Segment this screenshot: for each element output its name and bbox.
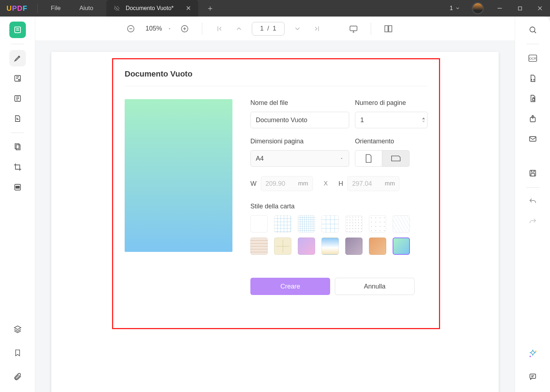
svg-rect-36	[530, 374, 536, 378]
paper-style-gradient-grey[interactable]	[345, 237, 362, 255]
orientation-label: Orientamento	[355, 138, 427, 145]
pagesize-label: Dimensioni pagina	[250, 138, 349, 145]
share-button[interactable]	[524, 110, 541, 127]
layers-button[interactable]	[9, 321, 26, 337]
new-tab-button[interactable]: ＋	[206, 3, 214, 14]
zoom-dropdown[interactable]	[167, 27, 172, 31]
page-edit-tool[interactable]	[9, 90, 26, 107]
titlebar: UPDF File Aiuto Documento Vuoto* ✕ ＋ 1	[0, 0, 550, 17]
paper-style-grid-medium[interactable]	[274, 215, 291, 232]
pagecount-label: Numero di pagine	[355, 99, 427, 107]
spinner-up-icon[interactable]	[422, 117, 425, 120]
svg-point-34	[535, 351, 536, 352]
edit-text-tool[interactable]	[9, 70, 26, 87]
filename-label: Nome del file	[250, 99, 349, 107]
paper-style-cornell[interactable]	[274, 237, 291, 255]
paper-style-grid-large[interactable]	[322, 215, 339, 232]
ai-assistant-button[interactable]	[528, 349, 538, 359]
svg-rect-30	[530, 137, 536, 141]
orientation-portrait-button[interactable]	[355, 150, 382, 167]
user-avatar[interactable]	[472, 2, 484, 14]
pagesize-select[interactable]: A4	[250, 150, 349, 167]
redact-tool[interactable]	[9, 179, 26, 195]
zoom-out-button[interactable]	[124, 22, 137, 35]
orientation-landscape-button[interactable]	[382, 150, 410, 167]
document-tab[interactable]: Documento Vuoto* ✕	[106, 0, 199, 17]
maximize-button[interactable]	[510, 0, 530, 17]
reader-mode-button[interactable]	[9, 22, 26, 38]
highlighter-tool[interactable]	[9, 50, 26, 66]
chevron-down-icon	[455, 6, 460, 11]
presentation-button[interactable]	[347, 22, 360, 35]
pagecount-input[interactable]	[355, 112, 427, 128]
undo-button[interactable]	[524, 193, 541, 210]
page-preview	[125, 99, 232, 252]
total-pages: 1	[273, 25, 276, 32]
spinner-down-icon[interactable]	[422, 120, 425, 123]
filename-input[interactable]	[250, 112, 349, 128]
last-page-button[interactable]	[310, 22, 323, 35]
paper-style-lined[interactable]	[250, 237, 268, 255]
paper-style-blank[interactable]	[250, 215, 268, 232]
cancel-button[interactable]: Annulla	[335, 278, 415, 295]
pagesize-value: A4	[256, 155, 264, 162]
view-mode-button[interactable]	[382, 22, 395, 35]
first-page-button[interactable]	[213, 22, 226, 35]
app-logo: UPDF	[0, 4, 34, 13]
save-button[interactable]	[524, 165, 541, 181]
eye-off-icon	[114, 5, 120, 11]
paper-style-grid-small[interactable]	[298, 215, 315, 232]
chevron-down-icon	[339, 156, 344, 161]
attachment-button[interactable]	[9, 368, 26, 385]
paper-style-gradient-orange[interactable]	[369, 237, 386, 255]
ocr-button[interactable]: OCR	[524, 50, 541, 66]
paper-style-gradient-purple[interactable]	[298, 237, 315, 255]
divider	[11, 44, 24, 44]
create-button[interactable]: Creare	[250, 278, 330, 295]
email-button[interactable]	[524, 130, 541, 147]
next-page-button[interactable]	[291, 22, 304, 35]
divider	[371, 23, 371, 35]
svg-point-24	[530, 27, 535, 32]
svg-rect-28	[532, 99, 535, 101]
redo-button[interactable]	[524, 213, 541, 230]
width-input[interactable]: 209.90mm	[261, 176, 313, 191]
menu-file[interactable]: File	[41, 5, 70, 12]
bookmark-button[interactable]	[9, 345, 26, 361]
protect-button[interactable]	[524, 90, 541, 107]
divider	[526, 44, 539, 44]
paper-style-gradient-sky[interactable]	[322, 237, 339, 255]
convert-button[interactable]	[524, 70, 541, 87]
search-button[interactable]	[524, 22, 541, 38]
form-tool[interactable]	[9, 110, 26, 127]
paper-style-gradient-teal[interactable]	[393, 237, 410, 255]
minimize-button[interactable]	[490, 0, 510, 17]
paper-style-dots-small[interactable]	[345, 215, 362, 232]
window-count: 1	[450, 5, 453, 12]
left-sidebar	[0, 17, 35, 392]
right-sidebar: OCR	[515, 17, 550, 392]
tab-close-button[interactable]: ✕	[186, 4, 191, 12]
svg-rect-21	[350, 26, 357, 31]
zoom-in-button[interactable]	[178, 22, 191, 35]
crop-tool[interactable]	[9, 159, 26, 175]
dimension-separator: X	[324, 180, 328, 187]
svg-line-25	[534, 31, 536, 33]
divider	[202, 23, 202, 35]
svg-rect-32	[531, 170, 534, 172]
paper-style-grid	[250, 215, 427, 255]
zoom-value: 105%	[144, 25, 164, 32]
organize-pages-tool[interactable]	[9, 139, 26, 155]
divider	[37, 4, 38, 13]
height-input[interactable]: 297.04mm	[347, 176, 399, 191]
paper-style-dots-large[interactable]	[369, 215, 386, 232]
prev-page-button[interactable]	[232, 22, 245, 35]
close-window-button[interactable]	[530, 0, 550, 17]
page-indicator[interactable]: 1 / 1	[252, 22, 285, 36]
paper-style-isometric[interactable]	[393, 215, 410, 232]
comment-button[interactable]	[524, 368, 541, 385]
window-count-dropdown[interactable]: 1	[444, 5, 466, 12]
current-page: 1	[260, 25, 264, 32]
menu-help[interactable]: Aiuto	[70, 5, 103, 12]
page-separator: /	[267, 25, 269, 32]
